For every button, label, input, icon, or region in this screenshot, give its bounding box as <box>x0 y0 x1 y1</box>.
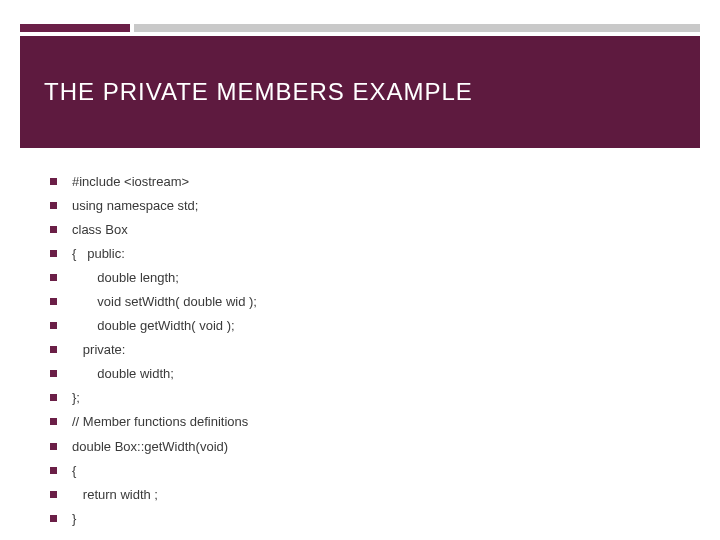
slide-title: THE PRIVATE MEMBERS EXAMPLE <box>44 78 473 106</box>
list-item: return width ; <box>40 483 680 507</box>
decorative-top-bar <box>20 24 700 32</box>
list-item: // Member functions definitions <box>40 410 680 434</box>
content-area: #include <iostream> using namespace std;… <box>40 170 680 520</box>
list-item: double width; <box>40 362 680 386</box>
list-item: { public: <box>40 242 680 266</box>
list-item: double length; <box>40 266 680 290</box>
list-item: { <box>40 459 680 483</box>
list-item: double Box::getWidth(void) <box>40 435 680 459</box>
list-item: private: <box>40 338 680 362</box>
gray-bar-segment <box>134 24 700 32</box>
list-item: using namespace std; <box>40 194 680 218</box>
list-item: double getWidth( void ); <box>40 314 680 338</box>
list-item: #include <iostream> <box>40 170 680 194</box>
slide: THE PRIVATE MEMBERS EXAMPLE #include <io… <box>0 0 720 540</box>
list-item: }; <box>40 386 680 410</box>
list-item: } <box>40 507 680 531</box>
code-bullet-list: #include <iostream> using namespace std;… <box>40 170 680 531</box>
list-item: void setWidth( double wid ); <box>40 290 680 314</box>
title-block: THE PRIVATE MEMBERS EXAMPLE <box>20 36 700 148</box>
list-item: class Box <box>40 218 680 242</box>
accent-bar-segment <box>20 24 130 32</box>
